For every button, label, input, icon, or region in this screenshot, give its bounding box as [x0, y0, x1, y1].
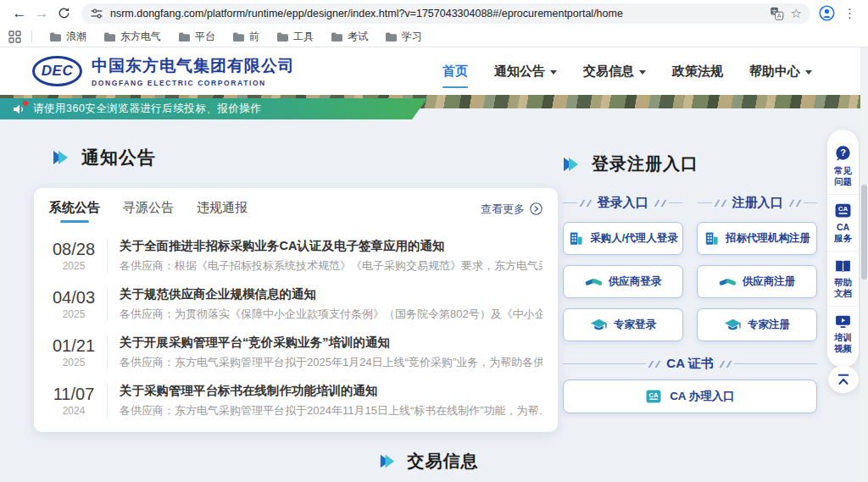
svg-text:CA: CA	[838, 205, 849, 213]
list-item[interactable]: 11/07 2024 关于采购管理平台标书在线制作功能培训的通知 各供应商：东方…	[34, 376, 558, 424]
ca-apply-entry-button[interactable]: CA CA 办理入口	[563, 380, 817, 413]
browser-window: ← → nsrm.dongfang.com/platform/runtime/e…	[0, 0, 868, 482]
back-icon[interactable]: ←	[8, 3, 31, 25]
view-more-link[interactable]: 查看更多	[481, 202, 542, 222]
supplier-login-button[interactable]: 供应商登录	[563, 265, 683, 298]
faq-rail-item[interactable]: ? 常见 问题	[827, 138, 859, 194]
bookmark-folder[interactable]: 工具	[270, 28, 320, 46]
site-settings-icon[interactable]	[90, 7, 103, 20]
notice-title[interactable]: 关于开展采购管理平台“竞价采购业务”培训的通知	[120, 335, 542, 351]
reload-icon[interactable]	[53, 3, 75, 25]
handshake-icon	[585, 274, 603, 290]
list-item[interactable]: 08/28 2025 关于全面推进非招标采购业务CA认证及电子签章应用的通知 各…	[34, 231, 558, 280]
bookmark-folder[interactable]: 浪潮	[42, 28, 93, 46]
graduation-cap-icon	[590, 318, 608, 333]
dec-logo-oval: DEC	[32, 56, 82, 86]
chevron-down-icon	[550, 70, 557, 75]
notice-date: 04/03 2025	[49, 288, 98, 320]
bidding-agency-register-button[interactable]: 招标代理机构注册	[697, 222, 817, 255]
folder-icon	[232, 31, 245, 42]
entry-subheaders: 登录入口 注册入口	[563, 195, 817, 211]
nav-item-policies[interactable]: 政策法规	[672, 47, 723, 95]
apps-grid-icon[interactable]	[8, 30, 21, 43]
back-to-top-button[interactable]	[828, 366, 859, 393]
notice-body: 关于开展采购管理平台“竞价采购业务”培训的通知 各供应商：东方电气采购管理平台拟…	[120, 335, 542, 370]
notice-date: 01/21 2025	[49, 336, 98, 368]
nav-item-transactions[interactable]: 交易信息	[583, 47, 646, 95]
tab-sourcing-notices[interactable]: 寻源公告	[123, 200, 174, 223]
notice-body: 关于规范供应商企业规模信息的通知 各供应商：为贯彻落实《保障中小企业款项支付条例…	[120, 286, 542, 322]
circle-chevron-right-icon	[530, 202, 542, 215]
divider	[107, 335, 108, 369]
notice-title[interactable]: 关于规范供应商企业规模信息的通知	[120, 286, 542, 302]
bookmark-star-icon[interactable]: ☆	[791, 6, 802, 21]
list-item[interactable]: 01/21 2025 关于开展采购管理平台“竞价采购业务”培训的通知 各供应商：…	[34, 328, 558, 376]
notice-desc: 各供应商：东方电气采购管理平台拟于2025年1月24日上线“竞价采购”业务，为帮…	[120, 355, 542, 370]
section-arrow-icon	[51, 147, 71, 168]
supplier-register-button[interactable]: 供应商注册	[697, 265, 817, 298]
chevron-down-icon	[805, 70, 812, 75]
scrollbar-thumb[interactable]	[861, 185, 867, 280]
help-docs-rail-item[interactable]: 帮助 文档	[827, 251, 859, 306]
login-register-section-header: 登录注册入口	[561, 152, 698, 175]
translate-icon[interactable]: 文A	[770, 7, 784, 20]
svg-text:A: A	[776, 13, 781, 19]
folder-icon	[385, 31, 398, 42]
bookmark-folder[interactable]: 平台	[171, 28, 222, 46]
ca-badge-icon: CA	[645, 388, 662, 405]
company-logo[interactable]: DEC 中国东方电气集团有限公司 DONGFANG ELECTRIC CORPO…	[32, 55, 295, 87]
menu-dots-icon[interactable]: ⋮	[843, 6, 856, 21]
speaker-icon	[12, 102, 25, 116]
help-doc-icon	[834, 258, 852, 274]
expert-login-button[interactable]: 专家登录	[563, 308, 683, 341]
handshake-icon	[719, 274, 737, 290]
bookmark-folder[interactable]: 前	[225, 28, 266, 46]
forward-icon[interactable]: →	[31, 3, 53, 25]
url-bar[interactable]: nsrm.dongfang.com/platform/runtime/epp/d…	[81, 3, 810, 24]
notice-title[interactable]: 关于全面推进非招标采购业务CA认证及电子签章应用的通知	[120, 238, 542, 254]
alert-dot	[23, 101, 28, 106]
folder-icon	[103, 31, 116, 42]
site-header: DEC 中国东方电气集团有限公司 DONGFANG ELECTRIC CORPO…	[0, 47, 868, 95]
login-subheader: 登录入口	[563, 195, 682, 211]
folder-icon	[178, 31, 191, 42]
back-to-top-icon	[836, 373, 851, 386]
nav-item-home[interactable]: 首页	[442, 47, 468, 95]
profile-icon[interactable]	[819, 5, 835, 21]
nav-item-help-center[interactable]: 帮助中心	[749, 47, 812, 95]
svg-text:CA: CA	[649, 391, 659, 399]
expert-register-button[interactable]: 专家注册	[697, 308, 817, 341]
main-nav: 首页 通知公告 交易信息 政策法规 帮助中心	[442, 47, 812, 95]
notice-date: 08/28 2025	[49, 240, 98, 272]
floating-sidebar: ? 常见 问题 CA CA 服务 帮助 文档 培训 视频	[827, 130, 859, 368]
announcements-tabs: 系统公告 寻源公告 违规通报 查看更多	[34, 188, 558, 226]
address-bar-row: ← → nsrm.dongfang.com/platform/runtime/e…	[0, 0, 868, 26]
section-title: 登录注册入口	[592, 152, 698, 175]
folder-icon	[331, 31, 343, 42]
chevron-down-icon	[639, 70, 646, 75]
ca-cert-subheader: CA 证书	[563, 356, 817, 372]
purchaser-agent-login-button[interactable]: 采购人/代理人登录	[563, 222, 683, 255]
company-name-cn: 中国东方电气集团有限公司	[92, 55, 295, 77]
scrollbar-track[interactable]	[860, 47, 868, 482]
tab-system-notices[interactable]: 系统公告	[49, 200, 100, 223]
register-subheader: 注册入口	[698, 195, 817, 211]
list-item[interactable]: 04/03 2025 关于规范供应商企业规模信息的通知 各供应商：为贯彻落实《保…	[34, 280, 558, 328]
chrome-actions: ⋮	[819, 5, 856, 21]
section-title: 交易信息	[408, 450, 479, 473]
building-icon	[704, 230, 720, 247]
tab-violation-reports[interactable]: 违规通报	[197, 200, 248, 223]
bookmark-folder[interactable]: 学习	[378, 28, 429, 46]
company-name-en: DONGFANG ELECTRIC CORPORATION	[92, 79, 295, 87]
announcements-card: 系统公告 寻源公告 违规通报 查看更多 08/28 2025 关于全面推进非招标…	[34, 188, 558, 432]
bookmark-folder[interactable]: 考试	[324, 28, 375, 46]
notice-title[interactable]: 关于采购管理平台标书在线制作功能培训的通知	[120, 383, 542, 399]
nav-item-notices[interactable]: 通知公告	[494, 47, 557, 95]
svg-text:?: ?	[840, 147, 846, 158]
training-video-rail-item[interactable]: 培训 视频	[827, 306, 859, 361]
notice-body: 关于全面推进非招标采购业务CA认证及电子签章应用的通知 各供应商：根据《电子招标…	[120, 238, 542, 274]
ca-service-rail-item[interactable]: CA CA 服务	[827, 194, 859, 251]
bookmark-folder[interactable]: 东方电气	[97, 28, 168, 46]
section-title: 通知公告	[81, 146, 156, 169]
url-text[interactable]: nsrm.dongfang.com/platform/runtime/epp/d…	[110, 8, 763, 19]
